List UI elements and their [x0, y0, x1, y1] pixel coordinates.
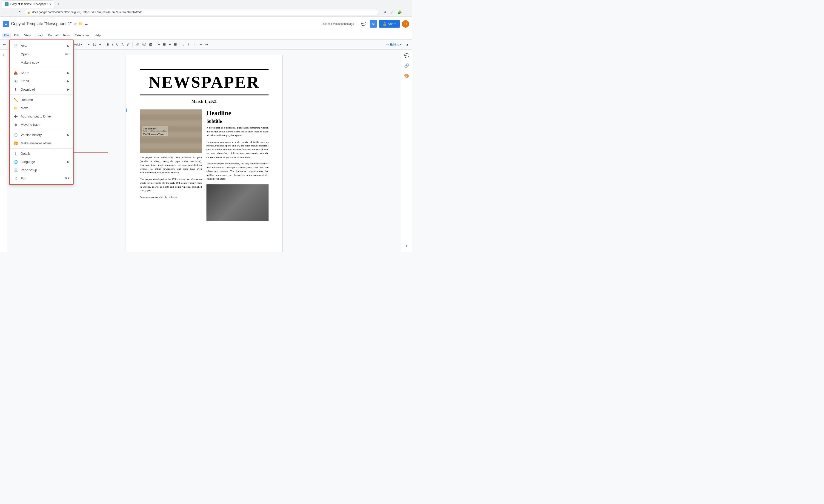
page-setup-icon: 📃	[13, 168, 18, 173]
align-center[interactable]: ☰	[162, 42, 167, 47]
menu-view[interactable]: View	[22, 33, 33, 38]
menu-item-email[interactable]: 📧 Email ▶	[10, 77, 73, 85]
share-label: Share	[388, 22, 396, 26]
share-lock-icon: 🔒	[383, 22, 387, 26]
menu-item-new[interactable]: 📄 New ▶	[10, 42, 73, 50]
meet-icon[interactable]: M	[370, 20, 377, 27]
forward-button[interactable]: →	[9, 9, 16, 15]
menu-item-add-shortcut[interactable]: ➕ Add shortcut to Drive	[10, 112, 73, 120]
rename-icon: ✏️	[13, 98, 18, 102]
comment-panel-icon[interactable]: 💬	[403, 52, 411, 60]
menu-file[interactable]: File	[2, 33, 11, 38]
active-tab[interactable]: G Copy of Template "Newspaper ×	[2, 0, 54, 8]
newspaper-image-left: The Tribune Partition Of Assets And Liab…	[140, 109, 202, 153]
share-arrow: ▶	[67, 71, 70, 75]
menu-section-1: 📄 New ▶ Open ⌘O Make a copy	[10, 41, 73, 68]
search-icon[interactable]: ⚲	[382, 9, 388, 15]
language-arrow: ▶	[67, 160, 70, 164]
move-trash-label: Move to trash	[21, 123, 70, 126]
bold-button[interactable]: B	[105, 42, 110, 47]
print-shortcut: ⌘P	[65, 177, 70, 180]
newspaper-image-right	[206, 184, 269, 221]
underline-button[interactable]: U	[115, 42, 120, 47]
menu-item-share[interactable]: 📤 Share ▶	[10, 69, 73, 77]
history-arrow: ▶	[67, 133, 70, 136]
line-spacing[interactable]: ↕	[181, 42, 186, 47]
menu-tools[interactable]: Tools	[61, 33, 72, 38]
tab-bar: G Copy of Template "Newspaper × +	[0, 0, 412, 8]
title-icons: ☆ 📁 ☁	[74, 22, 88, 26]
link-button[interactable]: 🔗	[134, 42, 140, 47]
menu-section-4: 🕒 Version history ▶ 📴 Make available off…	[10, 130, 73, 148]
comments-icon[interactable]: 💬	[359, 20, 368, 28]
collapse-toolbar[interactable]: ▲	[404, 42, 410, 47]
comment-button[interactable]: 💬	[141, 42, 147, 47]
collapse-outline-icon[interactable]: ◁	[0, 52, 7, 58]
links-icon[interactable]: 🔗	[403, 62, 411, 70]
open-icon	[13, 52, 18, 57]
highlight-button[interactable]: 🖍	[125, 42, 131, 47]
document-title[interactable]: Copy of Template "Newspaper 1"	[11, 21, 72, 26]
palette-icon[interactable]: 🎨	[403, 72, 411, 80]
align-justify[interactable]: ☰	[173, 42, 178, 47]
increase-indent[interactable]: ⇥	[204, 42, 209, 47]
add-icon[interactable]: +	[403, 242, 411, 250]
rename-label: Rename	[21, 98, 70, 102]
star-icon[interactable]: ☆	[74, 22, 77, 26]
menu-item-details[interactable]: ℹ Details	[10, 149, 73, 158]
back-button[interactable]: ←	[2, 9, 8, 15]
list-bullet[interactable]: ⋮	[186, 42, 192, 47]
menu-item-rename[interactable]: ✏️ Rename	[10, 96, 73, 104]
copy-icon	[13, 60, 18, 65]
font-family[interactable]: Arial ▾	[73, 42, 84, 47]
menu-item-print[interactable]: 🖨 Print ⌘P	[10, 174, 73, 183]
share-button[interactable]: 🔒 Share	[379, 20, 400, 27]
print-icon: 🖨	[13, 176, 18, 181]
extensions-icon[interactable]: 🧩	[396, 9, 403, 15]
page-setup-label: Page setup	[21, 168, 70, 172]
image-button[interactable]: 🖼	[148, 42, 153, 47]
cloud-icon[interactable]: ☁	[84, 22, 88, 26]
body-text-4: Newspapers have traditionally been publi…	[140, 156, 202, 175]
menu-insert[interactable]: Insert	[33, 33, 45, 38]
text-color-button[interactable]: A	[120, 42, 125, 47]
folder-icon[interactable]: 📁	[78, 22, 83, 26]
offline-icon: 📴	[13, 141, 18, 145]
list-numbered[interactable]: ⋮	[192, 42, 198, 47]
menu-item-move[interactable]: 📁 Move	[10, 104, 73, 112]
menu-item-make-copy[interactable]: Make a copy	[10, 59, 73, 67]
menu-item-language[interactable]: 🌐 Language ▶	[10, 158, 73, 166]
offline-label: Make available offline	[21, 141, 70, 145]
menu-bar: File Edit View Insert Format Tools Exten…	[0, 31, 412, 39]
menu-item-page-setup[interactable]: 📃 Page setup	[10, 166, 73, 174]
menu-item-offline[interactable]: 📴 Make available offline	[10, 139, 73, 147]
editing-mode-button[interactable]: ✏ Editing ▾	[384, 42, 404, 47]
menu-format[interactable]: Format	[46, 33, 60, 38]
menu-item-open[interactable]: Open ⌘O	[10, 50, 73, 59]
header-right: Last edit was seconds ago 💬 M 🔒 Share U	[321, 20, 409, 28]
align-left[interactable]: ≡	[157, 42, 161, 47]
new-tab-button[interactable]: +	[55, 1, 62, 7]
user-avatar[interactable]: U	[402, 20, 409, 27]
address-bar[interactable]: 🔒 docs.google.com/document/d/12algSAQUat…	[24, 9, 379, 15]
font-size[interactable]: 11	[91, 42, 97, 47]
align-right[interactable]: ≡	[168, 42, 172, 47]
newspaper-date: March 1, 2021	[140, 99, 269, 104]
menu-icon[interactable]: ⋮	[404, 9, 410, 15]
menu-item-move-trash[interactable]: 🗑 Move to trash	[10, 120, 73, 129]
refresh-button[interactable]: ↻	[17, 9, 23, 15]
increase-font-size[interactable]: +	[98, 42, 103, 47]
italic-button[interactable]: I	[111, 42, 114, 47]
bookmark-icon[interactable]: ☆	[389, 9, 395, 15]
decrease-indent[interactable]: ⇤	[198, 42, 203, 47]
menu-item-download[interactable]: ⬇ Download ▶	[10, 85, 73, 94]
menu-edit[interactable]: Edit	[12, 33, 21, 38]
menu-item-version-history[interactable]: 🕒 Version history ▶	[10, 131, 73, 139]
undo-button[interactable]: ↩	[2, 42, 7, 47]
lock-icon: 🔒	[27, 11, 30, 14]
menu-help[interactable]: Help	[92, 33, 103, 38]
tab-close-button[interactable]: ×	[49, 2, 51, 6]
menu-extensions[interactable]: Extensions	[73, 33, 92, 38]
app-header: ≡ Copy of Template "Newspaper 1" ☆ 📁 ☁ L…	[0, 17, 412, 31]
decrease-font-size[interactable]: −	[86, 42, 91, 47]
